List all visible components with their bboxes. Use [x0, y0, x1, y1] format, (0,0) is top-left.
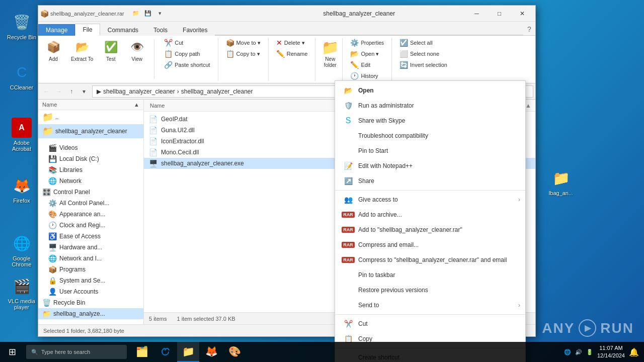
desktop-icon-vlc[interactable]: 🎬 VLC media player [4, 274, 39, 312]
tray-network-icon[interactable]: 🌐 [564, 349, 571, 355]
maximize-button[interactable]: □ [488, 6, 511, 22]
taskbar-app6[interactable]: 🎨 [223, 342, 246, 362]
desktop-icon-folder[interactable]: 📁 lbag_an... [543, 166, 579, 198]
copy-to-btn[interactable]: 📋Copy to ▾ [222, 49, 264, 59]
nav-system[interactable]: 🔒 System and Se... [38, 275, 143, 286]
select-none-btn[interactable]: ⬜Select none [396, 49, 451, 59]
taskbar-clock[interactable]: 11:07 AM 12/14/2024 [597, 344, 625, 360]
nav-programs[interactable]: 📦 Programs [38, 264, 143, 275]
rename-btn[interactable]: ✏️Rename [273, 49, 311, 59]
start-button[interactable]: ⊞ [0, 342, 24, 362]
back-button[interactable]: ← [40, 85, 52, 98]
test-btn[interactable]: ✅ Test [100, 38, 122, 81]
nav-ease-access[interactable]: ♿ Ease of Access [38, 231, 143, 242]
extract-to-btn[interactable]: 📂 Extract To [68, 38, 96, 81]
open-btn[interactable]: 📂Open ▾ [347, 49, 387, 59]
history-btn[interactable]: 🕐History [347, 71, 387, 81]
panel-collapse-btn[interactable]: ▲ [134, 102, 139, 108]
recent-locations-btn[interactable]: ▾ [78, 85, 90, 98]
tab-commands[interactable]: Commands [100, 24, 146, 36]
desktop-icon-ccleaner[interactable]: C CCleaner [4, 60, 39, 93]
edit-btn[interactable]: ✏️Edit [347, 60, 387, 70]
tab-manage[interactable]: Manage [38, 24, 75, 36]
properties-btn[interactable]: ⚙️Properties [347, 38, 387, 48]
nav-recycle-bin[interactable]: 🗑️ Recycle Bin [38, 297, 143, 308]
new-folder-btn[interactable]: 📁 Newfolder [319, 38, 343, 81]
nav-shellbag[interactable]: 📁 shellbag_analyze... [38, 308, 143, 319]
invert-selection-btn[interactable]: 🔄Invert selection [396, 60, 451, 70]
taskbar-firefox[interactable]: 🦊 [200, 342, 222, 362]
tab-file[interactable]: File [75, 24, 100, 36]
geoip-name: GeoIP.dat [161, 116, 188, 123]
copy-path-btn[interactable]: 📋Copy path [160, 49, 213, 59]
ctx-send-to[interactable]: Send to › [335, 298, 525, 313]
ctx-pin-start[interactable]: Pin to Start [335, 143, 525, 158]
ctx-troubleshoot[interactable]: Troubleshoot compatibility [335, 128, 525, 143]
breadcrumb-current[interactable]: shellbag_analyzer_cleaner [181, 88, 253, 95]
nav-libraries[interactable]: 📚 Libraries [38, 164, 143, 175]
view-btn[interactable]: 👁️ View [126, 38, 148, 81]
breadcrumb-location[interactable]: shellbag_analyzer_cleaner [103, 88, 175, 95]
panel-header: Name ▲ [38, 100, 143, 110]
nav-videos[interactable]: 🎬 Videos [38, 142, 143, 153]
save-btn[interactable]: 💾 [142, 8, 153, 19]
tab-tools[interactable]: Tools [146, 24, 175, 36]
nav-user-accounts[interactable]: 👤 User Accounts [38, 286, 143, 297]
cut-btn[interactable]: ✂️Cut [160, 38, 213, 48]
nav-network[interactable]: 🌐 Network [38, 175, 143, 187]
up-button[interactable]: ↑ [65, 85, 77, 98]
add-btn[interactable]: 📦 Add [42, 38, 64, 81]
taskbar-apps: 🗂️ 📁 🦊 🎨 [129, 342, 559, 362]
tray-volume-icon[interactable]: 🔊 [575, 349, 582, 355]
forward-button[interactable]: → [53, 85, 65, 98]
notification-icon[interactable]: 🔔 [629, 347, 639, 357]
move-to-btn[interactable]: 📦Move to ▾ [222, 38, 264, 48]
desktop-icon-adobe[interactable]: A Adobe Acrobat [4, 116, 39, 154]
close-button[interactable]: ✕ [511, 6, 533, 22]
desktop-icon-chrome[interactable]: 🌐 Google Chrome [4, 231, 39, 269]
nav-recycle-icon: 🗑️ [42, 299, 50, 307]
paste-shortcut-btn[interactable]: 🔗Paste shortcut [160, 60, 213, 70]
taskbar-file-explorer[interactable]: 📁 [177, 342, 199, 362]
ctx-pin-taskbar[interactable]: Pin to taskbar [335, 267, 525, 283]
ctx-give-access[interactable]: 👥 Give access to › [335, 192, 525, 207]
down-arrow-btn[interactable]: ▾ [154, 8, 166, 19]
desktop-icon-firefox[interactable]: 🦊 Firefox [4, 173, 39, 206]
nav-network-internet[interactable]: 🌐 Network and I... [38, 253, 143, 264]
ctx-share-skype[interactable]: S Share with Skype [335, 113, 525, 128]
left-file-cleaner[interactable]: 📁 shellbag_analyzer_cleaner [38, 124, 143, 138]
ctx-cut[interactable]: ✂️ Cut [335, 316, 525, 331]
desktop-icon-recycle-bin[interactable]: 🗑️ Recycle Bin [4, 10, 39, 42]
taskbar-edge[interactable] [154, 342, 176, 362]
nav-all-control[interactable]: ⚙️ All Control Panel... [38, 198, 143, 209]
nav-clock[interactable]: 🕐 Clock and Regi... [38, 220, 143, 231]
cleaner-folder-icon: 📁 [42, 126, 52, 137]
ctx-edit-notepad[interactable]: 📝 Edit with Notepad++ [335, 158, 525, 173]
nav-local-disk[interactable]: 💾 Local Disk (C:) [38, 153, 143, 164]
nav-appearance[interactable]: 🎨 Appearance an... [38, 209, 143, 220]
left-file-parent[interactable]: 📁 .. [38, 110, 143, 124]
ctx-open[interactable]: 📂 Open [335, 83, 525, 98]
taskbar-task-view[interactable]: 🗂️ [131, 342, 153, 362]
ctx-add-archive[interactable]: RAR Add to archive... [335, 207, 525, 222]
tab-favorites[interactable]: Favorites [175, 24, 215, 36]
minimize-button[interactable]: ─ [465, 6, 488, 22]
ctx-compress-email[interactable]: RAR Compress and email... [335, 237, 525, 252]
ctx-access-arrow: › [518, 196, 520, 203]
folder-btn[interactable]: 📁 [130, 8, 141, 19]
help-btn[interactable]: ? [523, 23, 535, 35]
taskbar-search[interactable]: 🔍 Type here to search [26, 345, 127, 359]
tray-battery-icon[interactable]: 🔋 [586, 349, 593, 355]
collapse-btn[interactable]: ▲ [525, 102, 531, 109]
ctx-compress-rar-email[interactable]: RAR Compress to "shellbag_analyzer_clean… [335, 252, 525, 267]
nav-hardware[interactable]: 🖥️ Hardware and... [38, 242, 143, 253]
ctx-run-admin[interactable]: 🛡️ Run as administrator [335, 98, 525, 113]
ctx-share[interactable]: ↗️ Share [335, 173, 525, 189]
select-all-btn[interactable]: ☑️Select all [396, 38, 451, 48]
ctx-restore-versions[interactable]: Restore previous versions [335, 283, 525, 298]
name-col-header[interactable]: Name [148, 102, 167, 110]
delete-btn[interactable]: ✕Delete ▾ [273, 38, 311, 48]
taskbar-time-text: 11:07 AM [597, 344, 625, 352]
nav-control-panel[interactable]: 🎛️ Control Panel [38, 187, 143, 198]
ctx-add-specific[interactable]: RAR Add to "shellbag_analyzer_cleaner.ra… [335, 222, 525, 237]
